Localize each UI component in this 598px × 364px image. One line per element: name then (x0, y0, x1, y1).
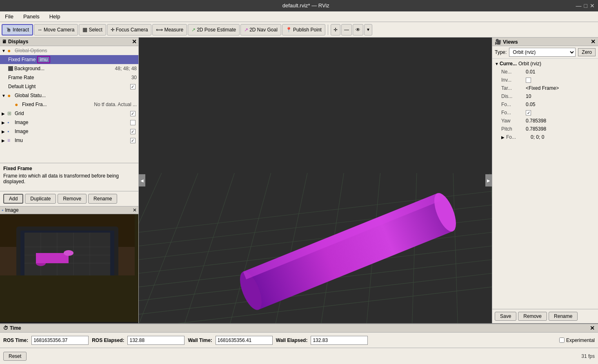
view-expand-arrow: ▼ (495, 62, 500, 66)
tree-item-global-status[interactable]: ▼ ● Global Statu... (0, 91, 138, 100)
toolbar-separator (328, 24, 328, 35)
inv-checkbox[interactable] (526, 78, 531, 83)
tree-item-image2[interactable]: ▶ ▪ Image (0, 127, 138, 136)
ros-elapsed-input[interactable] (127, 336, 185, 345)
add-button[interactable]: Add (3, 194, 23, 204)
views-close-icon[interactable]: ✕ (591, 38, 596, 45)
toolbar: 🖱 Interact ↔ Move Camera ▦ Select ✛ Focu… (0, 22, 598, 38)
image-panel: ▪ Image ✕ (0, 206, 138, 323)
duplicate-button[interactable]: Duplicate (25, 194, 56, 204)
tree-item-image1[interactable]: ▶ ▪ Image (0, 118, 138, 127)
publish-point-icon: 📍 (286, 27, 292, 33)
time-close-icon[interactable]: ✕ (590, 325, 595, 331)
tree-item-fixed-frame[interactable]: Fixed Frame imu (0, 55, 138, 64)
grid-checkbox[interactable] (129, 111, 137, 116)
fps-display: 31 fps (581, 353, 595, 359)
zero-button[interactable]: Zero (578, 48, 596, 56)
tree-item-framerate[interactable]: Frame Rate 30 (0, 73, 138, 82)
time-title: Time (10, 325, 21, 331)
close-button[interactable]: ✕ (590, 2, 595, 9)
yaw-label: Yaw (501, 118, 526, 124)
tree-label: Global Options (15, 48, 137, 53)
move-camera-label: Move Camera (44, 27, 74, 33)
right-edge-arrow[interactable]: ▶ (485, 174, 492, 186)
focus-camera-button[interactable]: ✛ Focus Camera (107, 24, 152, 36)
tree-item-global-options[interactable]: ▼ ● Global Options (0, 46, 138, 55)
views-remove-button[interactable]: Remove (518, 312, 547, 321)
interact-label: Interact (13, 27, 29, 33)
dis-value: 10 (526, 93, 531, 99)
views-save-button[interactable]: Save (495, 312, 516, 321)
light-checkbox[interactable] (129, 84, 137, 89)
image2-icon: ▪ (7, 129, 14, 134)
tree-item-imu[interactable]: ▶ ≡ Imu (0, 136, 138, 145)
minimize-button[interactable]: — (576, 2, 582, 9)
views-prop-tar: Tar... <Fixed Frame> (493, 84, 597, 92)
left-edge-arrow[interactable]: ◀ (139, 174, 145, 186)
imu-check-icon (130, 138, 136, 143)
views-buttons: Save Remove Rename (492, 309, 598, 323)
tar-value: <Fixed Frame> (526, 85, 559, 91)
tree-label-light: Default Light (8, 84, 129, 89)
experimental-label: Experimental (566, 337, 595, 343)
measure-button[interactable]: ⟺ Measure (152, 24, 187, 36)
tree-label-framerate: Frame Rate (8, 75, 130, 80)
image-panel-title: Image (5, 207, 18, 213)
titlebar: default.rviz* — RViz — □ ✕ (0, 0, 598, 11)
interact-button[interactable]: 🖱 Interact (2, 24, 33, 36)
inv-label: Inv... (501, 77, 526, 83)
rename-button[interactable]: Rename (88, 194, 117, 204)
plus-button[interactable]: ✛ (331, 24, 340, 36)
buttons-panel: Add Duplicate Remove Rename (0, 191, 138, 206)
views-prop-fo1: Fo... 0.05 (493, 100, 597, 109)
image1-checkbox[interactable] (129, 120, 137, 125)
publish-point-button[interactable]: 📍 Publish Point (282, 24, 325, 36)
type-select[interactable]: Orbit (rviz) (509, 48, 576, 57)
views-tree: ▼ Curre... Orbit (rviz) Ne... 0.01 Inv..… (492, 59, 598, 309)
views-prop-yaw: Yaw 0.785398 (493, 117, 597, 125)
nav-goal-button[interactable]: ↗ 2D Nav Goal (240, 24, 281, 36)
maximize-button[interactable]: □ (584, 2, 587, 9)
experimental-checkbox[interactable] (559, 337, 565, 343)
tree-item-default-light[interactable]: Default Light (0, 82, 138, 91)
main-layout: 🖥 Displays ✕ ▼ ● Global Options Fixed Fr… (0, 38, 598, 323)
center-view[interactable]: ◀ ▶ (139, 38, 492, 323)
image-panel-close[interactable]: ✕ (133, 207, 137, 213)
tree-arrow: ▶ (2, 138, 7, 143)
minus-button[interactable]: — (341, 24, 352, 36)
menu-panels[interactable]: Panels (20, 13, 43, 20)
image2-check-icon (130, 129, 136, 134)
tree-item-fixed-fra-status[interactable]: ● Fixed Fra... No tf data. Actual ... (0, 100, 138, 109)
dis-label: Dis... (501, 93, 526, 99)
fo2-checkbox[interactable] (526, 110, 531, 115)
tree-item-grid[interactable]: ▶ ⊞ Grid (0, 109, 138, 118)
views-rename-button[interactable]: Rename (549, 312, 578, 321)
wall-elapsed-input[interactable] (311, 336, 368, 345)
image2-checkbox[interactable] (129, 129, 137, 134)
chevron-down-button[interactable]: ▼ (364, 24, 372, 36)
menu-file[interactable]: File (2, 13, 17, 20)
ros-time-input[interactable] (31, 336, 89, 345)
bg-color-icon (8, 66, 13, 71)
tree-value-fixed-fra: No tf data. Actual ... (94, 102, 137, 107)
grid-icon: ⊞ (7, 111, 14, 116)
reset-button[interactable]: Reset (3, 352, 27, 361)
interact-icon: 🖱 (6, 27, 11, 33)
tree-label-image1: Image (15, 120, 129, 125)
menu-help[interactable]: Help (46, 13, 64, 20)
eye-button[interactable]: 👁 (353, 24, 363, 36)
wall-time-input[interactable] (216, 336, 273, 345)
select-button[interactable]: ▦ Select (79, 24, 106, 36)
tree-label-status: Global Statu... (15, 93, 137, 98)
tree-label-imu: Imu (15, 138, 129, 143)
displays-close-icon[interactable]: ✕ (132, 38, 137, 45)
remove-button[interactable]: Remove (58, 194, 87, 204)
ros-elapsed-label: ROS Elapsed: (92, 337, 124, 343)
tree-value-framerate: 30 (131, 75, 137, 80)
tree-item-background[interactable]: Background... 48; 48; 48 (0, 64, 138, 73)
pitch-label: Pitch (501, 126, 526, 132)
move-camera-button[interactable]: ↔ Move Camera (34, 24, 78, 36)
pose-estimate-button[interactable]: ↗ 2D Pose Estimate (188, 24, 240, 36)
views-prop-pitch: Pitch 0.785398 (493, 125, 597, 133)
imu-checkbox[interactable] (129, 138, 137, 143)
